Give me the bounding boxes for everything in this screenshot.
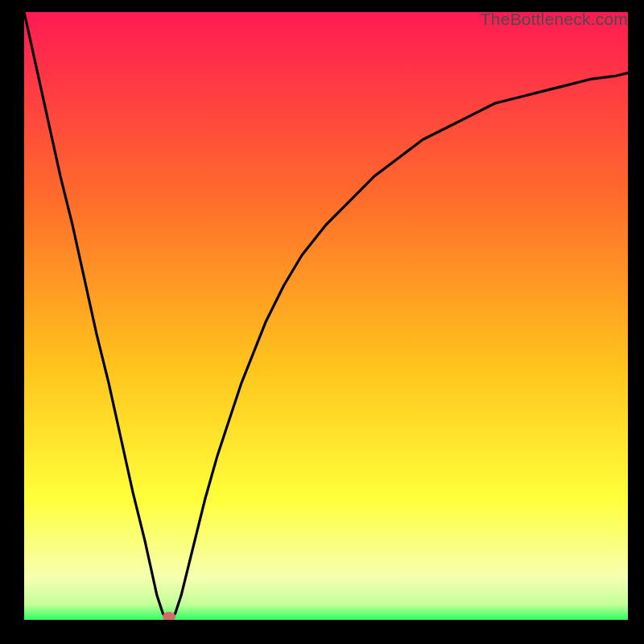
bottleneck-chart [24,12,628,620]
gradient-background [24,12,628,620]
chart-frame: TheBottleneck.com [24,12,628,620]
watermark-label: TheBottleneck.com [481,10,628,29]
